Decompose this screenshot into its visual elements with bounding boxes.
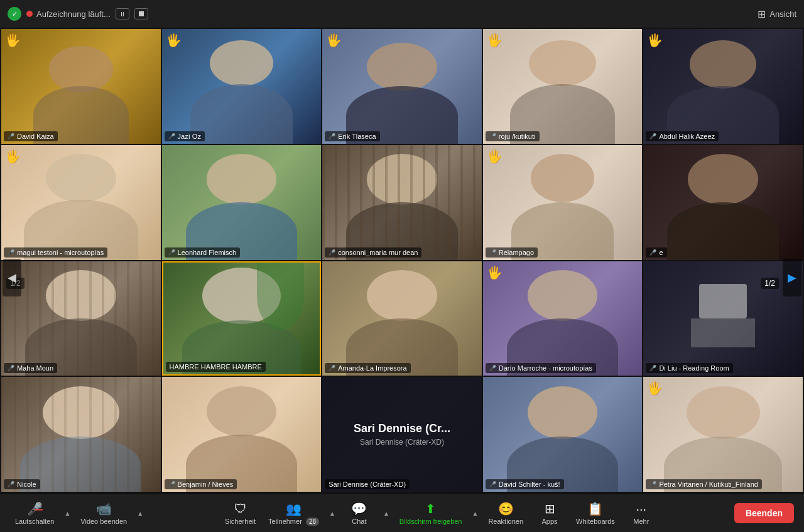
name-label-6: 🎤 Leonhard Flemisch xyxy=(165,247,241,258)
participant-cell-7[interactable]: 🎤 consonni_maria mur dean xyxy=(322,145,482,260)
video-icon: 📹 xyxy=(96,501,112,516)
end-button[interactable]: Beenden xyxy=(734,503,794,523)
whiteboards-button[interactable]: 📋 Whiteboards xyxy=(571,499,620,528)
participant-cell-4[interactable]: 🖐 🎤 Abdul Halik Azeez xyxy=(643,29,803,144)
video-7 xyxy=(322,145,482,260)
video-0 xyxy=(1,29,161,144)
video-caret[interactable]: ▲ xyxy=(134,510,146,517)
participant-cell-22[interactable]: Sari Dennise (Cr... Sari Dennise (Cráter… xyxy=(322,377,482,492)
participant-cell-3[interactable]: 🖐 🎤 roju /kutikuti xyxy=(483,29,643,144)
share-button[interactable]: ⬆ Bildschirm freigeben xyxy=(394,499,467,528)
top-bar: ✓ Aufzeichnung läuft... ⏸ ⊞ Ansicht xyxy=(0,0,804,28)
mute-icon-btn: 🎤̶ xyxy=(27,501,43,516)
reactions-button[interactable]: 😊 Reaktionen xyxy=(483,499,528,528)
mute-icon-14: 🎤 xyxy=(649,365,656,371)
name-label-13: 🎤 Darío Marroche - microutopías xyxy=(486,363,596,373)
share-icon: ⬆ xyxy=(425,501,436,516)
participant-cell-9[interactable]: 🎤 e xyxy=(643,145,803,260)
share-label: Bildschirm freigeben xyxy=(399,518,462,525)
chat-caret[interactable]: ▲ xyxy=(381,510,392,517)
video-12 xyxy=(322,261,482,376)
stop-button[interactable] xyxy=(134,8,148,19)
video-11 xyxy=(163,263,320,375)
name-label-15: 🎤 Nicole xyxy=(4,479,40,489)
chevron-left-icon: ◀ xyxy=(8,271,16,285)
pause-button[interactable]: ⏸ xyxy=(116,8,129,19)
raise-hand-4: 🖐 xyxy=(647,33,663,48)
video-6 xyxy=(162,145,322,260)
recording-indicator: Aufzeichnung läuft... xyxy=(26,9,111,19)
participants-badge: 28 xyxy=(306,518,319,526)
name-label-7: 🎤 consonni_maria mur dean xyxy=(325,247,421,258)
nav-next-button[interactable]: ▶ xyxy=(783,259,801,296)
video-9 xyxy=(643,145,803,260)
bottom-toolbar: 🎤̶ Lautschalten ▲ 📹 Video beenden ▲ 🛡 Si… xyxy=(0,494,804,532)
name-label-11: HAMBRE HAMBRE HAMBRE xyxy=(166,362,266,372)
mute-icon-12: 🎤 xyxy=(329,365,335,371)
name-label-4: 🎤 Abdul Halik Azeez xyxy=(646,131,719,141)
name-label-17: 🎤 David Schilter - kuš! xyxy=(486,479,564,489)
participant-cell-16[interactable]: 🎤 Benjamin / Nieves xyxy=(162,377,322,492)
page-indicator-right: 1/2 xyxy=(761,278,779,289)
pause-icon: ⏸ xyxy=(119,11,126,18)
participant-cell-14[interactable]: 🎤 Di Liu - Reading Room xyxy=(643,261,803,376)
sari-sub-name: Sari Dennise (Cráter-XD) xyxy=(360,438,444,447)
sari-overlay: Sari Dennise (Cr... Sari Dennise (Cráter… xyxy=(322,377,482,492)
name-label-10: 🎤 Maha Moun xyxy=(4,363,57,373)
mute-icon-0: 🎤 xyxy=(8,133,14,139)
participant-cell-17[interactable]: 🎤 David Schilter - kuš! xyxy=(483,377,643,492)
mute-icon-16: 🎤 xyxy=(168,481,175,487)
participant-cell-15[interactable]: 🎤 Nicole xyxy=(1,377,161,492)
mute-icon-8: 🎤 xyxy=(489,249,496,256)
raise-hand-13: 🖐 xyxy=(487,265,503,280)
more-label: Mehr xyxy=(633,518,649,525)
whiteboards-label: Whiteboards xyxy=(576,518,615,525)
sari-big-name: Sari Dennise (Cr... xyxy=(354,422,450,435)
toolbar-end-group: Beenden xyxy=(734,503,794,523)
name-label-22: Sari Dennise (Cráter-XD) xyxy=(325,479,410,489)
participant-cell-13[interactable]: 🖐 🎤 Darío Marroche - microutopías xyxy=(483,261,643,376)
share-caret[interactable]: ▲ xyxy=(469,510,481,517)
participant-cell-12[interactable]: 🎤 Amanda-La Impresora xyxy=(322,261,482,376)
video-2 xyxy=(322,29,482,144)
name-label-16: 🎤 Benjamin / Nieves xyxy=(165,479,237,489)
name-label-14: 🎤 Di Liu - Reading Room xyxy=(646,363,732,373)
apps-button[interactable]: ⊞ Apps xyxy=(531,499,568,528)
raise-hand-5: 🖐 xyxy=(5,149,21,164)
mute-icon-17: 🎤 xyxy=(489,481,496,487)
participant-cell-18[interactable]: 🖐 🎤 Petra Virtanen / Kutikuti_Finland xyxy=(643,377,803,492)
mute-caret[interactable]: ▲ xyxy=(62,510,73,517)
chat-button[interactable]: 💬 Chat xyxy=(340,499,378,528)
name-label-3: 🎤 roju /kutikuti xyxy=(486,131,540,141)
participant-cell-8[interactable]: 🖐 🎤 Relampago xyxy=(483,145,643,260)
video-button[interactable]: 📹 Video beenden xyxy=(75,499,132,528)
mute-button[interactable]: 🎤̶ Lautschalten xyxy=(10,499,59,528)
name-label-0: 🎤 David Kaiza xyxy=(4,131,58,141)
security-button[interactable]: 🛡 Sicherheit xyxy=(220,499,261,528)
view-label[interactable]: Ansicht xyxy=(769,9,796,19)
video-18 xyxy=(643,377,803,492)
recording-dot xyxy=(26,11,33,17)
participants-caret[interactable]: ▲ xyxy=(327,510,338,517)
video-3 xyxy=(483,29,643,144)
video-1 xyxy=(162,29,322,144)
participant-cell-6[interactable]: 🎤 Leonhard Flemisch xyxy=(162,145,322,260)
chat-icon: 💬 xyxy=(351,501,367,516)
apps-label: Apps xyxy=(542,518,558,525)
participants-button[interactable]: 👥 Teilnehmer 28 xyxy=(263,499,324,528)
participant-cell-2[interactable]: 🖐 🎤 Erik Tlaseca xyxy=(322,29,482,144)
chat-label: Chat xyxy=(352,518,366,525)
video-16 xyxy=(162,377,322,492)
more-button[interactable]: ··· Mehr xyxy=(622,499,660,528)
participant-cell-5[interactable]: 🖐 🎤 magui testoni - microutopías xyxy=(1,145,161,260)
nav-prev-button[interactable]: ◀ xyxy=(3,259,21,296)
participant-cell-1[interactable]: 🖐 🎤 Jazí Oz xyxy=(162,29,322,144)
participant-cell-0[interactable]: 🖐 🎤 David Kaiza xyxy=(1,29,161,144)
chevron-right-icon: ▶ xyxy=(788,271,796,285)
apps-icon: ⊞ xyxy=(545,501,555,516)
participant-cell-11[interactable]: HAMBRE HAMBRE HAMBRE xyxy=(162,261,322,376)
participants-label: Teilnehmer 28 xyxy=(268,518,319,525)
name-label-2: 🎤 Erik Tlaseca xyxy=(325,131,379,141)
participant-cell-10[interactable]: 🎤 Maha Moun xyxy=(1,261,161,376)
mute-icon-5: 🎤 xyxy=(8,249,14,256)
